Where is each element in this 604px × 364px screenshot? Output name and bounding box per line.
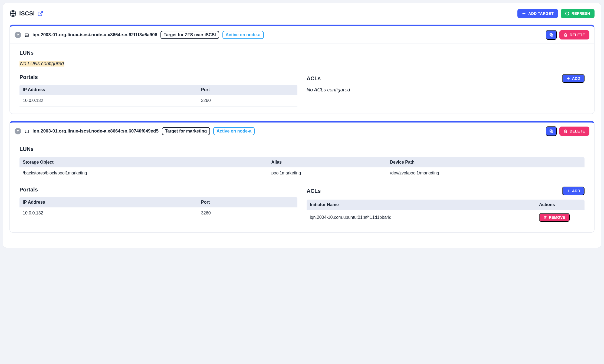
target-iqn: iqn.2003-01.org.linux-iscsi.node-a.x8664… — [32, 128, 159, 134]
page-container: iSCSI ADD TARGET REFRESH — [3, 3, 601, 248]
target-body: LUNs No LUNs configured Portals IP Addre… — [10, 44, 594, 114]
lun-storage-object: /backstores/block/pool1marketing — [19, 167, 268, 179]
lun-alias: pool1marketing — [268, 167, 387, 179]
luns-th-alias: Alias — [268, 157, 387, 167]
portal-ip: 10.0.0.132 — [19, 95, 198, 107]
refresh-icon — [565, 11, 569, 16]
acls-col: ACLs ADD No ACLs configured — [307, 74, 585, 107]
target-card: iqn.2003-01.org.linux-iscsi.node-a.x8664… — [9, 121, 595, 233]
plus-icon — [566, 77, 570, 80]
portals-th-port: Port — [198, 85, 297, 95]
portals-acls-row: Portals IP Address Port 10.0.0.132 — [19, 74, 585, 107]
external-link-icon[interactable] — [37, 11, 43, 16]
refresh-button[interactable]: REFRESH — [561, 9, 595, 18]
table-row: 10.0.0.132 3260 — [19, 207, 297, 219]
add-target-button[interactable]: ADD TARGET — [517, 9, 558, 18]
portals-col: Portals IP Address Port 10.0.0.132 — [19, 74, 297, 107]
target-header-left: iqn.2003-01.org.linux-iscsi.node-a.x8664… — [15, 127, 255, 135]
plus-icon — [522, 11, 526, 16]
portal-port: 3260 — [198, 207, 297, 219]
luns-table: Storage Object Alias Device Path /backst… — [19, 157, 585, 179]
table-row: 10.0.0.132 3260 — [19, 95, 297, 107]
target-description-badge: Target for marketing — [162, 127, 210, 135]
luns-title: LUNs — [19, 50, 585, 56]
target-header: iqn.2003-01.org.linux-iscsi.node-a.x8664… — [10, 123, 594, 140]
page-title-wrap: iSCSI — [9, 10, 43, 17]
target-description-badge: Target for ZFS over iSCSI — [160, 31, 219, 39]
acls-th-initiator: Initiator Name — [307, 200, 536, 210]
delete-label: DELETE — [570, 33, 585, 37]
copy-iqn-button[interactable] — [546, 30, 557, 40]
acls-th-actions: Actions — [536, 200, 585, 210]
disk-icon — [24, 32, 29, 37]
table-row: iqn.2004-10.com.ubuntu:01:af411d1bba4d R… — [307, 210, 585, 225]
acls-col: ACLs ADD Initiator Name Actions — [307, 187, 585, 225]
luns-th-device: Device Path — [387, 157, 585, 167]
portals-table: IP Address Port 10.0.0.132 3260 — [19, 197, 297, 219]
acls-title: ACLs — [307, 188, 321, 194]
add-acl-button[interactable]: ADD — [562, 74, 585, 83]
target-card: iqn.2003-01.org.linux-iscsi.node-a.x8664… — [9, 25, 595, 114]
lun-device-path: /dev/zvol/pool1/marketing — [387, 167, 585, 179]
acls-title: ACLs — [307, 75, 321, 82]
copy-icon — [549, 129, 553, 133]
acls-empty: No ACLs configured — [307, 87, 585, 93]
acls-table: Initiator Name Actions iqn.2004-10.com.u… — [307, 200, 585, 225]
trash-icon — [564, 33, 567, 37]
copy-iqn-button[interactable] — [546, 126, 557, 136]
target-body: LUNs Storage Object Alias Device Path /b… — [10, 140, 594, 232]
page-title: iSCSI — [19, 10, 35, 17]
luns-title: LUNs — [19, 146, 585, 152]
portals-th-port: Port — [198, 197, 297, 207]
collapse-toggle[interactable] — [15, 32, 21, 38]
delete-target-button[interactable]: DELETE — [559, 30, 589, 39]
add-acl-label: ADD — [572, 76, 580, 81]
target-status-badge: Active on node-a — [213, 127, 255, 135]
portals-title: Portals — [19, 74, 38, 80]
trash-icon — [564, 129, 567, 133]
target-header: iqn.2003-01.org.linux-iscsi.node-a.x8664… — [10, 26, 594, 44]
target-status-badge: Active on node-a — [222, 31, 264, 39]
portals-col: Portals IP Address Port 10.0.0.132 — [19, 187, 297, 225]
trash-icon — [543, 216, 547, 219]
arrow-up-icon — [16, 129, 20, 133]
delete-label: DELETE — [570, 129, 585, 133]
delete-target-button[interactable]: DELETE — [559, 127, 589, 136]
remove-acl-label: REMOVE — [549, 215, 565, 220]
arrow-up-icon — [16, 33, 20, 37]
globe-icon — [9, 10, 17, 17]
target-header-left: iqn.2003-01.org.linux-iscsi.node-a.x8664… — [15, 31, 264, 39]
remove-acl-button[interactable]: REMOVE — [539, 213, 570, 222]
luns-empty: No LUNs configured — [19, 61, 64, 67]
luns-th-storage: Storage Object — [19, 157, 268, 167]
portals-th-ip: IP Address — [19, 85, 198, 95]
table-row: /backstores/block/pool1marketing pool1ma… — [19, 167, 585, 179]
page-header: iSCSI ADD TARGET REFRESH — [9, 9, 595, 18]
acl-actions-cell: REMOVE — [536, 210, 585, 225]
portals-table: IP Address Port 10.0.0.132 3260 — [19, 85, 297, 107]
plus-icon — [566, 189, 570, 193]
target-iqn: iqn.2003-01.org.linux-iscsi.node-a.x8664… — [32, 32, 157, 38]
target-header-right: DELETE — [546, 126, 589, 136]
add-target-label: ADD TARGET — [528, 11, 554, 16]
portal-port: 3260 — [198, 95, 297, 107]
add-acl-button[interactable]: ADD — [562, 187, 585, 195]
svg-line-2 — [40, 11, 43, 14]
target-header-right: DELETE — [546, 30, 589, 40]
acl-initiator: iqn.2004-10.com.ubuntu:01:af411d1bba4d — [307, 210, 536, 225]
portal-ip: 10.0.0.132 — [19, 207, 198, 219]
add-acl-label: ADD — [572, 189, 580, 193]
copy-icon — [549, 33, 553, 37]
page-actions: ADD TARGET REFRESH — [517, 9, 595, 18]
portals-th-ip: IP Address — [19, 197, 198, 207]
collapse-toggle[interactable] — [15, 128, 21, 134]
refresh-label: REFRESH — [572, 11, 590, 16]
disk-icon — [24, 129, 29, 134]
portals-acls-row: Portals IP Address Port 10.0.0.132 — [19, 187, 585, 225]
portals-title: Portals — [19, 187, 38, 193]
